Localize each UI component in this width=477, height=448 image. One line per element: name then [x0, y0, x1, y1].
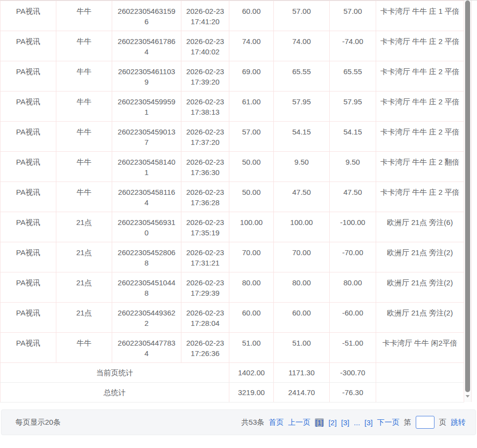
cell-bet-amount: 60.00 — [229, 1, 274, 31]
cell-platform: PA视讯 — [0, 272, 56, 303]
current-page-summary-row: 当前页统计 1402.00 1171.30 -300.70 — [0, 363, 464, 383]
table-row: PA视讯 21点 260223054493622 2026-02-23 17:2… — [0, 303, 464, 333]
cell-win-loss: 57.95 — [330, 91, 376, 122]
cell-bet-amount: 57.00 — [229, 122, 274, 152]
cell-valid-amount: 80.00 — [274, 272, 330, 303]
cell-platform: PA视讯 — [0, 152, 56, 182]
jump-button[interactable]: 跳转 — [451, 418, 466, 427]
cell-win-loss: -60.00 — [330, 303, 376, 333]
page-button-current[interactable]: [1] — [315, 418, 324, 427]
cell-valid-amount: 57.00 — [274, 1, 330, 31]
cell-order-number: 260223054599591 — [112, 91, 181, 122]
total-summary-row: 总统计 3219.00 2414.70 -76.30 — [0, 383, 464, 403]
cell-game-type: 21点 — [56, 272, 112, 303]
cell-bet-time: 2026-02-23 17:39:20 — [181, 61, 229, 91]
next-page-link[interactable]: 下一页 — [377, 418, 399, 427]
cell-bet-detail: 卡卡湾厅 牛牛 庄 2 平倍 — [376, 122, 464, 152]
cell-win-loss: 54.15 — [330, 122, 376, 152]
total-count-label: 共53条 — [241, 418, 264, 427]
cell-bet-detail: 卡卡湾厅 牛牛 庄 2 平倍 — [376, 182, 464, 212]
table-row: PA视讯 牛牛 260223054611039 2026-02-23 17:39… — [0, 61, 464, 91]
cell-game-type: 牛牛 — [56, 122, 112, 152]
page-button[interactable]: [3] — [364, 418, 373, 427]
cell-bet-time: 2026-02-23 17:31:21 — [181, 242, 229, 272]
table-row: PA视讯 牛牛 260223054599591 2026-02-23 17:38… — [0, 91, 464, 122]
cell-bet-time: 2026-02-23 17:41:20 — [181, 1, 229, 31]
scrollbar-thumb[interactable] — [465, 0, 470, 392]
page-buttons: [1][2][3]...[3] — [315, 418, 373, 427]
table-row: PA视讯 牛牛 260223054631596 2026-02-23 17:41… — [0, 1, 464, 31]
current-page-summary-empty-cell — [376, 363, 464, 383]
table-row: PA视讯 21点 260223054569310 2026-02-23 17:3… — [0, 212, 464, 242]
prev-page-link[interactable]: 上一页 — [288, 418, 310, 427]
cell-game-type: 牛牛 — [56, 31, 112, 61]
cell-bet-amount: 61.00 — [229, 91, 274, 122]
cell-bet-amount: 70.00 — [229, 242, 274, 272]
table-row: PA视讯 牛牛 260223054590137 2026-02-23 17:37… — [0, 122, 464, 152]
cell-valid-amount: 9.50 — [274, 152, 330, 182]
cell-bet-time: 2026-02-23 17:38:13 — [181, 91, 229, 122]
cell-win-loss: -74.00 — [330, 31, 376, 61]
cell-bet-amount: 50.00 — [229, 152, 274, 182]
cell-bet-time: 2026-02-23 17:40:02 — [181, 31, 229, 61]
cell-bet-time: 2026-02-23 17:29:39 — [181, 272, 229, 303]
pagination-footer: 每页显示20条 共53条 首页 上一页 [1][2][3]...[3] 下一页 … — [1, 409, 476, 435]
table-row: PA视讯 21点 260223054510448 2026-02-23 17:2… — [0, 272, 464, 303]
cell-win-loss: -70.00 — [330, 242, 376, 272]
current-page-summary-winloss: -300.70 — [330, 363, 376, 383]
cell-order-number: 260223054617864 — [112, 31, 181, 61]
cell-bet-detail: 卡卡湾厅 牛牛 庄 2 平倍 — [376, 31, 464, 61]
cell-order-number: 260223054569310 — [112, 212, 181, 242]
cell-bet-detail: 欧洲厅 21点 旁注(2) — [376, 272, 464, 303]
cell-order-number: 260223054581401 — [112, 152, 181, 182]
cell-bet-amount: 50.00 — [229, 182, 274, 212]
jump-suffix-label: 页 — [439, 418, 446, 427]
cell-platform: PA视讯 — [0, 303, 56, 333]
cell-win-loss: -100.00 — [330, 212, 376, 242]
betting-records-table: PA视讯 牛牛 260223054631596 2026-02-23 17:41… — [0, 0, 464, 403]
page-jump-input[interactable] — [416, 416, 434, 429]
total-summary-bet: 3219.00 — [229, 383, 274, 403]
cell-valid-amount: 60.00 — [274, 303, 330, 333]
cell-win-loss: 80.00 — [330, 272, 376, 303]
page-ellipsis[interactable]: ... — [354, 418, 360, 427]
cell-order-number: 260223054528068 — [112, 242, 181, 272]
cell-bet-amount: 80.00 — [229, 272, 274, 303]
cell-bet-detail: 卡卡湾厅 牛牛 闲2平倍 — [376, 333, 464, 363]
cell-bet-detail: 欧洲厅 21点 旁注(6) — [376, 212, 464, 242]
cell-bet-amount: 69.00 — [229, 61, 274, 91]
cell-win-loss: 65.55 — [330, 61, 376, 91]
cell-order-number: 260223054590137 — [112, 122, 181, 152]
cell-bet-amount: 74.00 — [229, 31, 274, 61]
scroll-down-arrow-icon[interactable] — [466, 395, 470, 398]
cell-platform: PA视讯 — [0, 61, 56, 91]
cell-game-type: 牛牛 — [56, 91, 112, 122]
cell-bet-time: 2026-02-23 17:28:04 — [181, 303, 229, 333]
total-summary-empty-cell — [376, 383, 464, 403]
cell-order-number: 260223054477834 — [112, 333, 181, 363]
cell-bet-detail: 卡卡湾厅 牛牛 庄 2 平倍 — [376, 91, 464, 122]
cell-bet-time: 2026-02-23 17:36:30 — [181, 152, 229, 182]
cell-game-type: 牛牛 — [56, 152, 112, 182]
first-page-link[interactable]: 首页 — [269, 418, 284, 427]
current-page-summary-valid: 1171.30 — [274, 363, 330, 383]
cell-platform: PA视讯 — [0, 31, 56, 61]
cell-platform: PA视讯 — [0, 212, 56, 242]
cell-bet-time: 2026-02-23 17:37:20 — [181, 122, 229, 152]
cell-bet-detail: 卡卡湾厅 牛牛 庄 2 翻倍 — [376, 152, 464, 182]
cell-game-type: 牛牛 — [56, 182, 112, 212]
cell-order-number: 260223054510448 — [112, 272, 181, 303]
cell-bet-time: 2026-02-23 17:35:19 — [181, 212, 229, 242]
cell-order-number: 260223054581164 — [112, 182, 181, 212]
page-button[interactable]: [2] — [328, 418, 337, 427]
table-row: PA视讯 牛牛 260223054581401 2026-02-23 17:36… — [0, 152, 464, 182]
per-page-label: 每页显示20条 — [15, 418, 61, 427]
cell-valid-amount: 65.55 — [274, 61, 330, 91]
page-button[interactable]: [3] — [341, 418, 349, 427]
cell-win-loss: 57.00 — [330, 1, 376, 31]
vertical-scrollbar[interactable] — [464, 0, 472, 402]
cell-bet-detail: 欧洲厅 21点 旁注(2) — [376, 303, 464, 333]
cell-platform: PA视讯 — [0, 1, 56, 31]
cell-bet-amount: 100.00 — [229, 212, 274, 242]
table-row: PA视讯 牛牛 260223054581164 2026-02-23 17:36… — [0, 182, 464, 212]
